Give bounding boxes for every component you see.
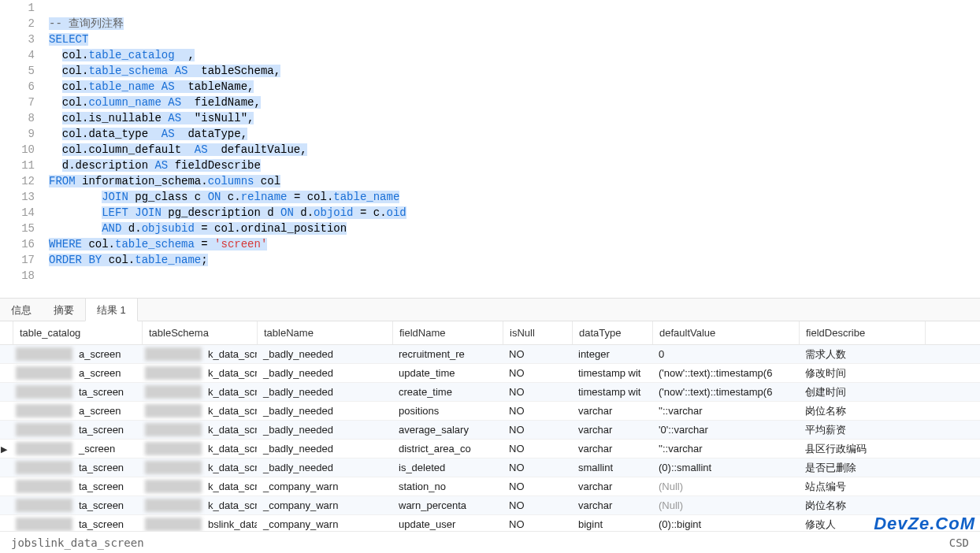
cell-datatype[interactable]: timestamp wit (572, 364, 652, 382)
cell-describe[interactable]: 平均薪资 (799, 421, 925, 439)
cell-default[interactable]: ('now'::text)::timestamp(6 (652, 383, 799, 401)
status-left: jobslink_data_screen (11, 532, 144, 553)
cell-datatype[interactable]: varchar (572, 496, 652, 514)
status-right: CSD (949, 532, 969, 553)
cell-table[interactable]: _company_warn (257, 477, 392, 495)
cell-describe[interactable]: 是否已删除 (799, 458, 925, 477)
cell-isnull[interactable]: NO (503, 440, 572, 458)
cell-catalog[interactable]: a_screen (13, 345, 142, 363)
table-row[interactable]: ta_screenk_data_scre_badly_neededcreate_… (0, 383, 980, 402)
cell-schema[interactable]: k_data_scre (142, 364, 257, 382)
cell-field[interactable]: station_no (392, 477, 503, 495)
col-field-describe[interactable]: fieldDescribe (800, 321, 926, 344)
table-row[interactable]: a_screenk_data_scre_badly_neededupdate_t… (0, 364, 980, 383)
cell-table[interactable]: _badly_needed (257, 364, 392, 382)
cell-field[interactable]: create_time (392, 383, 503, 401)
cell-schema[interactable]: k_data_scre (142, 496, 257, 514)
cell-default[interactable]: ('now'::text)::timestamp(6 (652, 364, 799, 382)
cell-default[interactable]: (Null) (652, 477, 799, 495)
cell-describe[interactable]: 站点编号 (799, 477, 925, 495)
cell-field[interactable]: recruitment_re (392, 345, 503, 363)
cell-table[interactable]: _badly_needed (257, 440, 392, 458)
cell-datatype[interactable]: timestamp wit (572, 383, 652, 401)
tab-result-1[interactable]: 结果 1 (85, 299, 138, 321)
tab-summary[interactable]: 摘要 (43, 299, 85, 321)
col-table-catalog[interactable]: table_catalog (13, 321, 143, 344)
cell-describe[interactable]: 修改时间 (799, 364, 925, 382)
col-table-name[interactable]: tableName (258, 321, 393, 344)
cell-field[interactable]: positions (392, 402, 503, 420)
cell-isnull[interactable]: NO (503, 345, 572, 363)
cell-schema[interactable]: k_data_scre (142, 440, 257, 458)
cell-describe[interactable]: 县区行政编码 (799, 440, 925, 458)
cell-catalog[interactable]: _screen (13, 440, 142, 458)
cell-default[interactable]: 0 (652, 345, 799, 363)
col-default-value[interactable]: defaultValue (653, 321, 800, 344)
cell-schema[interactable]: k_data_scre (142, 421, 257, 439)
col-table-schema[interactable]: tableSchema (143, 321, 258, 344)
cell-catalog[interactable]: ta_screen (13, 421, 142, 439)
table-row[interactable]: ta_screenk_data_scre_company_warnwarn_pe… (0, 496, 980, 515)
result-tabs: 信息 摘要 结果 1 (0, 298, 980, 321)
cell-datatype[interactable]: varchar (572, 402, 652, 420)
cell-isnull[interactable]: NO (503, 402, 572, 420)
code-area[interactable]: -- 查询列注释SELECT col.table_catalog , col.t… (44, 0, 980, 298)
cell-table[interactable]: _badly_needed (257, 383, 392, 401)
cell-catalog[interactable]: a_screen (13, 402, 142, 420)
results-grid[interactable]: table_catalog tableSchema tableName fiel… (0, 321, 980, 534)
cell-datatype[interactable]: varchar (572, 440, 652, 458)
cell-describe[interactable]: 创建时间 (799, 383, 925, 401)
cell-datatype[interactable]: smallint (572, 458, 652, 477)
col-is-null[interactable]: isNull (503, 321, 573, 344)
cell-isnull[interactable]: NO (503, 383, 572, 401)
cell-field[interactable]: average_salary (392, 421, 503, 439)
cell-field[interactable]: district_area_co (392, 440, 503, 458)
cell-table[interactable]: _badly_needed (257, 402, 392, 420)
cell-default[interactable]: '0'::varchar (652, 421, 799, 439)
col-data-type[interactable]: dataType (573, 321, 653, 344)
cell-catalog[interactable]: ta_screen (13, 458, 142, 477)
cell-catalog[interactable]: ta_screen (13, 477, 142, 495)
cell-default[interactable]: (Null) (652, 496, 799, 514)
cell-schema[interactable]: k_data_scre (142, 458, 257, 477)
cell-default[interactable]: ''::varchar (652, 440, 799, 458)
cell-schema[interactable]: k_data_scre (142, 383, 257, 401)
cell-table[interactable]: _badly_needed (257, 421, 392, 439)
cell-schema[interactable]: k_data_scre (142, 477, 257, 495)
cell-catalog[interactable]: ta_screen (13, 383, 142, 401)
table-row[interactable]: a_screenk_data_scre_badly_neededrecruitm… (0, 345, 980, 364)
cell-isnull[interactable]: NO (503, 364, 572, 382)
cell-isnull[interactable]: NO (503, 496, 572, 514)
status-bar: jobslink_data_screen CSD (0, 531, 980, 553)
cell-isnull[interactable]: NO (503, 477, 572, 495)
cell-datatype[interactable]: varchar (572, 421, 652, 439)
table-row[interactable]: ▶_screenk_data_scre_badly_neededdistrict… (0, 440, 980, 458)
cell-default[interactable]: (0)::smallint (652, 458, 799, 477)
sql-editor[interactable]: 123456789101112131415161718 -- 查询列注释SELE… (0, 0, 980, 298)
table-row[interactable]: ta_screenk_data_scre_badly_neededaverage… (0, 421, 980, 440)
col-field-name[interactable]: fieldName (393, 321, 503, 344)
cell-field[interactable]: warn_percenta (392, 496, 503, 514)
table-row[interactable]: ta_screenk_data_scre_company_warnstation… (0, 477, 980, 496)
tab-info[interactable]: 信息 (0, 299, 43, 321)
cell-default[interactable]: ''::varchar (652, 402, 799, 420)
line-gutter: 123456789101112131415161718 (0, 0, 44, 298)
cell-table[interactable]: _badly_needed (257, 345, 392, 363)
cell-datatype[interactable]: varchar (572, 477, 652, 495)
table-row[interactable]: a_screenk_data_scre_badly_neededposition… (0, 402, 980, 421)
cell-datatype[interactable]: integer (572, 345, 652, 363)
cell-field[interactable]: update_time (392, 364, 503, 382)
cell-schema[interactable]: k_data_scre (142, 402, 257, 420)
cell-catalog[interactable]: a_screen (13, 364, 142, 382)
table-row[interactable]: ta_screenk_data_scre_badly_neededis_dele… (0, 458, 980, 477)
cell-describe[interactable]: 需求人数 (799, 345, 925, 363)
cell-table[interactable]: _badly_needed (257, 458, 392, 477)
cell-describe[interactable]: 岗位名称 (799, 496, 925, 514)
cell-describe[interactable]: 岗位名称 (799, 402, 925, 420)
cell-isnull[interactable]: NO (503, 458, 572, 477)
cell-isnull[interactable]: NO (503, 421, 572, 439)
cell-table[interactable]: _company_warn (257, 496, 392, 514)
cell-catalog[interactable]: ta_screen (13, 496, 142, 514)
cell-field[interactable]: is_deleted (392, 458, 503, 477)
cell-schema[interactable]: k_data_scre (142, 345, 257, 363)
